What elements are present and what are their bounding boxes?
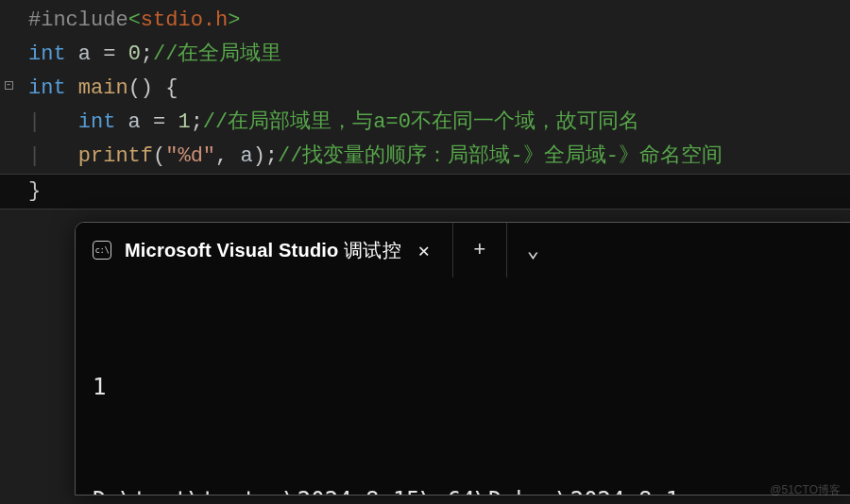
- terminal-icon: c:\: [93, 241, 111, 260]
- debug-console-window: c:\ Microsoft Visual Studio 调试控 ✕ + ⌄ 1 …: [75, 222, 850, 496]
- fold-toggle[interactable]: -: [0, 72, 17, 106]
- code-line: int a = 0;//在全局域里: [0, 38, 850, 72]
- code-line: | printf("%d", a);//找变量的顺序：局部域-》全局域-》命名空…: [0, 140, 850, 174]
- console-line: D:\test\test.c\2024_8_15\x64\Debug\2024_…: [93, 481, 835, 496]
- gutter: [0, 175, 17, 209]
- gutter: [0, 4, 17, 38]
- code-line: #include<stdio.h>: [0, 4, 850, 38]
- preprocessor-token: #include: [28, 4, 128, 38]
- chevron-down-icon: ⌄: [527, 238, 539, 263]
- gutter: [0, 106, 17, 140]
- new-tab-button[interactable]: +: [453, 223, 506, 277]
- console-tab[interactable]: c:\ Microsoft Visual Studio 调试控 ✕: [76, 223, 453, 277]
- tab-dropdown-button[interactable]: ⌄: [506, 223, 559, 277]
- code-editor[interactable]: #include<stdio.h> int a = 0;//在全局域里 - in…: [0, 0, 850, 210]
- console-tab-title: Microsoft Visual Studio 调试控: [125, 238, 401, 263]
- code-line: - int main() {: [0, 72, 850, 106]
- console-title-bar: c:\ Microsoft Visual Studio 调试控 ✕ + ⌄: [76, 223, 850, 277]
- gutter: [0, 140, 17, 174]
- console-output[interactable]: 1 D:\test\test.c\2024_8_15\x64\Debug\202…: [76, 277, 850, 496]
- console-line: 1: [93, 368, 835, 406]
- code-line: | int a = 1;//在局部域里，与a=0不在同一个域，故可同名: [0, 106, 850, 140]
- close-tab-button[interactable]: ✕: [415, 239, 434, 262]
- watermark: @51CTO博客: [770, 482, 841, 498]
- gutter: [0, 38, 17, 72]
- code-line-active: }: [0, 174, 850, 210]
